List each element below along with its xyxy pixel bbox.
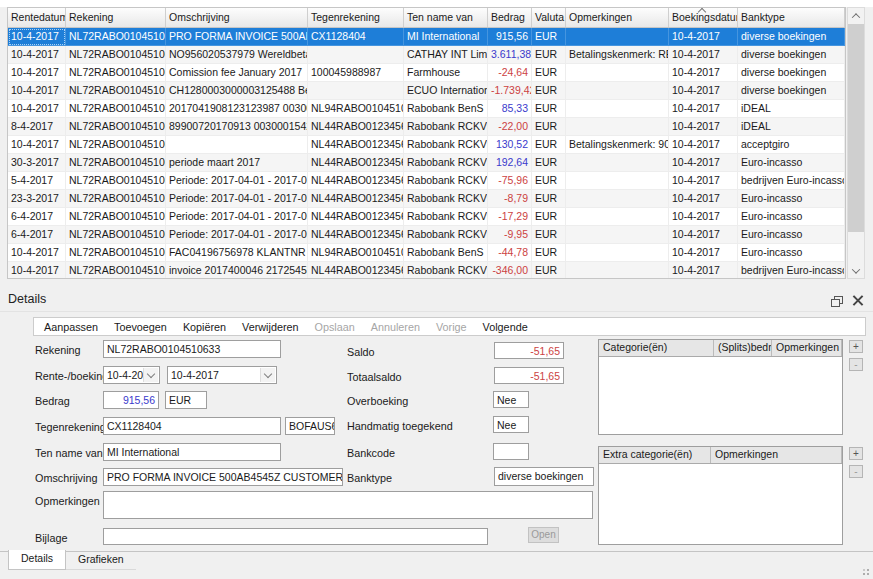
table-header-row: RentedatumRekeningOmschrijvingTegenreken… (8, 8, 845, 28)
banktype-value[interactable]: diverse boekingen (494, 467, 594, 486)
remove-extra-category-button[interactable]: - (849, 465, 863, 478)
column-header-opmerkingen[interactable]: Opmerkingen (566, 8, 669, 27)
scroll-down-icon[interactable] (848, 263, 864, 278)
rekening-input[interactable]: NL72RABO0104510633 (103, 340, 281, 358)
overboeking-label: Overboeking (347, 394, 408, 408)
column-header-rekening[interactable]: Rekening (66, 8, 166, 27)
boekingsdatum-dropdown[interactable]: 10-4-2017 (167, 366, 277, 384)
ten-name-van-label: Ten name van (35, 446, 103, 460)
category-column-header[interactable]: Opmerkingen (711, 447, 842, 463)
cell-ten_name_van: Rabobank RCKV (404, 172, 488, 190)
menu-verwijderen[interactable]: Verwijderen (234, 321, 306, 333)
cell-opmerkingen (566, 226, 669, 244)
extra-category-table: Extra categorie(ën)Opmerkingen (598, 446, 843, 545)
cell-boekingsdatum: 10-4-2017 (669, 190, 738, 208)
add-extra-category-button[interactable]: + (849, 447, 863, 460)
column-header-rentedatum[interactable]: Rentedatum (8, 8, 66, 27)
cell-ten_name_van: Rabobank RCKV (404, 136, 488, 154)
cell-valuta: EUR (532, 190, 566, 208)
chevron-down-icon[interactable] (143, 368, 158, 382)
opmerkingen-textarea[interactable] (103, 491, 593, 519)
table-row[interactable]: 10-4-2017NL72RABO0104510633PRO FORMA INV… (8, 28, 845, 46)
cell-opmerkingen (566, 262, 669, 279)
table-row[interactable]: 10-4-2017NL72RABO0104510633invoice 20174… (8, 262, 845, 279)
cell-tegenrekening: NL94RABO0104510625 (308, 244, 404, 262)
window-top-margin (0, 0, 873, 7)
cell-tegenrekening: NL44RABO0123456789 (308, 208, 404, 226)
column-header-ten_name_van[interactable]: Ten name van (404, 8, 488, 27)
remove-category-button[interactable]: - (849, 358, 863, 371)
cell-boekingsdatum: 10-4-2017 (669, 46, 738, 64)
cell-opmerkingen (566, 208, 669, 226)
cell-bedrag: 130,52 (488, 136, 532, 154)
table-row[interactable]: 23-3-2017NL72RABO0104510633Periode: 2017… (8, 190, 845, 208)
cell-rekening: NL72RABO0104510633 (66, 154, 166, 172)
column-header-bedrag[interactable]: Bedrag (488, 8, 532, 27)
extra-category-table-header: Extra categorie(ën)Opmerkingen (599, 447, 842, 464)
category-column-header[interactable]: Categorie(ën) (599, 340, 714, 356)
cell-ten_name_van: Rabobank BenS (404, 244, 488, 262)
column-header-boekingsdatum[interactable]: Boekingsdatum (669, 8, 738, 27)
table-row[interactable]: 8-4-2017NL72RABO010451063389900720170913… (8, 118, 845, 136)
cell-boekingsdatum: 10-4-2017 (669, 64, 738, 82)
table-row[interactable]: 10-4-2017NL72RABO0104510633Comission fee… (8, 64, 845, 82)
table-row[interactable]: 10-4-2017NL72RABO0104510633NO95602053797… (8, 46, 845, 64)
table-row[interactable]: 10-4-2017NL72RABO0104510633FAC0419675697… (8, 244, 845, 262)
cell-opmerkingen (566, 172, 669, 190)
add-category-button[interactable]: + (849, 340, 863, 353)
bijlage-input[interactable] (103, 528, 488, 545)
column-header-omschrijving[interactable]: Omschrijving (166, 8, 308, 27)
cell-banktype: iDEAL (738, 100, 845, 118)
close-panel-icon[interactable] (852, 294, 864, 306)
cell-boekingsdatum: 10-4-2017 (669, 226, 738, 244)
tegenrekening-input[interactable]: CX1128404 (103, 417, 281, 435)
category-column-header[interactable]: (Splits)bedra (714, 340, 772, 356)
cell-ten_name_van: Farmhouse (404, 64, 488, 82)
ten-name-van-input[interactable]: MI International (103, 443, 281, 461)
menu-kopiëren[interactable]: Kopiëren (175, 321, 234, 333)
rentedatum-dropdown[interactable]: 10-4-2017 (103, 366, 160, 384)
column-header-valuta[interactable]: Valuta (532, 8, 566, 27)
table-scrollbar[interactable] (847, 7, 865, 279)
cell-boekingsdatum: 10-4-2017 (669, 82, 738, 100)
omschrijving-input[interactable]: PRO FORMA INVOICE 500AB4545Z CUSTOMER NO… (103, 468, 343, 486)
table-row[interactable]: 30-3-2017NL72RABO0104510633periode maart… (8, 154, 845, 172)
tab-grafieken[interactable]: Grafieken (66, 551, 136, 570)
chevron-down-icon[interactable] (260, 368, 275, 382)
table-row[interactable]: 6-4-2017NL72RABO0104510633Periode: 2017-… (8, 226, 845, 244)
handmatig-toegekend-value: Nee (493, 416, 529, 433)
cell-opmerkingen (566, 154, 669, 172)
menu-aanpassen[interactable]: Aanpassen (36, 321, 106, 333)
cell-bedrag: -8,79 (488, 190, 532, 208)
menu-toevoegen[interactable]: Toevoegen (106, 321, 175, 333)
open-bijlage-button: Open (528, 527, 559, 543)
scroll-up-icon[interactable] (848, 8, 864, 23)
cell-ten_name_van: Rabobank RCKV (404, 226, 488, 244)
column-header-banktype[interactable]: Banktype (738, 8, 845, 27)
table-row[interactable]: 10-4-2017NL72RABO01045106332017041908123… (8, 100, 845, 118)
table-row[interactable]: 10-4-2017NL72RABO0104510633NL44RABO01234… (8, 136, 845, 154)
valuta-input[interactable]: EUR (165, 391, 207, 409)
bedrag-input[interactable]: 915,56 (103, 391, 159, 409)
cell-valuta: EUR (532, 226, 566, 244)
category-column-header[interactable]: Opmerkingen (772, 340, 842, 356)
column-header-tegenrekening[interactable]: Tegenrekening (308, 8, 404, 27)
cell-bedrag: -22,00 (488, 118, 532, 136)
cell-tegenrekening (308, 46, 404, 64)
tab-details[interactable]: Details (8, 550, 66, 570)
table-row[interactable]: 5-4-2017NL72RABO0104510633Periode: 2017-… (8, 172, 845, 190)
cell-valuta: EUR (532, 100, 566, 118)
resize-grip-icon[interactable] (859, 565, 869, 575)
category-column-header[interactable]: Extra categorie(ën) (599, 447, 711, 463)
table-row[interactable]: 10-4-2017NL72RABO0104510633CH12800030000… (8, 82, 845, 100)
scrollbar-thumb[interactable] (848, 24, 864, 232)
float-panel-icon[interactable] (831, 296, 843, 307)
cell-rekening: NL72RABO0104510633 (66, 118, 166, 136)
cell-boekingsdatum: 10-4-2017 (669, 244, 738, 262)
table-row[interactable]: 6-4-2017NL72RABO0104510633Periode: 2017-… (8, 208, 845, 226)
bic-input[interactable]: BOFAUS6SXXX (285, 417, 335, 435)
cell-omschrijving: periode maart 2017 (166, 154, 308, 172)
bankcode-value[interactable] (493, 443, 529, 460)
menu-volgende[interactable]: Volgende (475, 321, 536, 333)
cell-bedrag: 192,64 (488, 154, 532, 172)
